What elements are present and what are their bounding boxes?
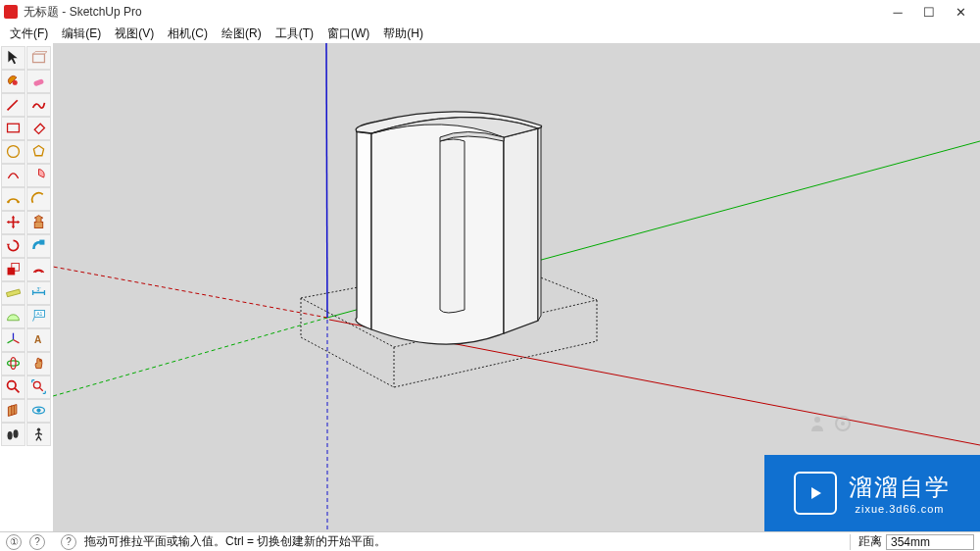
eraser-tool[interactable] xyxy=(26,70,51,93)
geolocation-icon xyxy=(833,414,853,433)
app-icon xyxy=(4,5,18,19)
titlebar: 无标题 - SketchUp Pro ─ ☐ ✕ xyxy=(0,0,980,24)
svg-rect-11 xyxy=(6,289,20,297)
curve-tool[interactable] xyxy=(26,187,51,211)
svg-text:A1: A1 xyxy=(36,311,42,317)
zoom-tool[interactable] xyxy=(1,376,25,399)
protractor-tool[interactable] xyxy=(1,305,25,328)
watermark-brand: 溜溜自学 xyxy=(849,472,951,503)
dim-tool[interactable]: 3' xyxy=(26,281,51,305)
walk-tool[interactable] xyxy=(1,423,25,446)
svg-point-18 xyxy=(7,381,16,390)
paint-tool[interactable] xyxy=(1,70,25,93)
line-tool[interactable] xyxy=(1,93,25,117)
svg-point-22 xyxy=(7,431,12,440)
svg-point-19 xyxy=(33,381,40,388)
svg-point-4 xyxy=(7,146,19,158)
statusbar: ① ? ? 拖动可推拉平面或输入值。Ctrl = 切换创建新的开始平面。 距离 … xyxy=(0,531,980,551)
svg-point-6 xyxy=(17,201,20,204)
freehand-tool[interactable] xyxy=(26,93,51,117)
svg-point-33 xyxy=(841,422,845,426)
svg-rect-7 xyxy=(34,223,43,228)
circle-tool[interactable] xyxy=(1,140,25,164)
svg-text:A: A xyxy=(33,334,41,345)
menubar: 文件(F) 编辑(E) 视图(V) 相机(C) 绘图(R) 工具(T) 窗口(W… xyxy=(0,24,980,43)
polygon-tool[interactable] xyxy=(26,140,51,164)
menu-camera[interactable]: 相机(C) xyxy=(162,24,214,44)
menu-help[interactable]: 帮助(H) xyxy=(377,24,429,44)
rect-tool[interactable] xyxy=(1,117,25,140)
svg-rect-2 xyxy=(32,78,43,86)
menu-tools[interactable]: 工具(T) xyxy=(270,24,319,44)
position-tool[interactable] xyxy=(26,423,51,446)
lookaround-tool[interactable] xyxy=(26,399,51,423)
menu-file[interactable]: 文件(F) xyxy=(4,24,54,44)
menu-draw[interactable]: 绘图(R) xyxy=(216,24,268,44)
svg-point-24 xyxy=(36,428,39,431)
svg-rect-3 xyxy=(7,124,19,132)
menu-window[interactable]: 窗口(W) xyxy=(321,24,375,44)
toolbar: 3' A1 A xyxy=(0,43,53,531)
rotate-tool[interactable] xyxy=(1,234,25,258)
pushpull-tool[interactable] xyxy=(26,211,51,234)
maximize-button[interactable]: ☐ xyxy=(913,2,945,22)
move-tool[interactable] xyxy=(1,211,25,234)
arc-tool[interactable] xyxy=(1,164,25,187)
orbit-tool[interactable] xyxy=(1,352,25,376)
watermark: 溜溜自学 zixue.3d66.com xyxy=(764,455,980,531)
arc2-tool[interactable] xyxy=(1,187,25,211)
svg-point-31 xyxy=(814,417,820,423)
window-buttons: ─ ☐ ✕ xyxy=(882,2,976,22)
section-tool[interactable] xyxy=(1,399,25,423)
menu-view[interactable]: 视图(V) xyxy=(109,24,160,44)
svg-text:3': 3' xyxy=(36,286,40,292)
pie-tool[interactable] xyxy=(26,164,51,187)
distance-label: 距离 xyxy=(858,533,882,550)
tape-tool[interactable] xyxy=(1,281,25,305)
scale-tool[interactable] xyxy=(1,258,25,281)
status-info-icon[interactable]: ① xyxy=(6,534,22,550)
svg-point-1 xyxy=(12,80,17,85)
text-tool[interactable]: A1 xyxy=(26,305,51,328)
person-icon xyxy=(808,414,827,433)
offset-tool[interactable] xyxy=(26,258,51,281)
status-help-icon[interactable]: ? xyxy=(29,534,45,550)
svg-point-17 xyxy=(10,358,15,370)
svg-point-16 xyxy=(7,361,19,366)
component-tool[interactable] xyxy=(26,46,51,70)
distance-value[interactable]: 354mm xyxy=(886,534,974,550)
view-badges xyxy=(808,414,853,433)
status-hint: 拖动可推拉平面或输入值。Ctrl = 切换创建新的开始平面。 xyxy=(84,533,842,550)
play-icon xyxy=(794,472,837,515)
svg-rect-8 xyxy=(39,240,44,245)
svg-point-5 xyxy=(7,201,10,204)
watermark-domain: zixue.3d66.com xyxy=(849,503,951,515)
close-button[interactable]: ✕ xyxy=(945,2,976,22)
window-title: 无标题 - SketchUp Pro xyxy=(24,4,882,21)
status-tip-icon[interactable]: ? xyxy=(61,534,76,550)
svg-point-21 xyxy=(36,408,40,412)
svg-point-23 xyxy=(13,429,18,438)
minimize-button[interactable]: ─ xyxy=(882,2,913,22)
followme-tool[interactable] xyxy=(26,234,51,258)
zoomext-tool[interactable] xyxy=(26,376,51,399)
svg-rect-0 xyxy=(32,54,44,63)
rotrect-tool[interactable] xyxy=(26,117,51,140)
select-tool[interactable] xyxy=(1,46,25,70)
menu-edit[interactable]: 编辑(E) xyxy=(56,24,107,44)
pan-tool[interactable] xyxy=(26,352,51,376)
3dtext-tool[interactable]: A xyxy=(26,328,51,352)
axes-tool[interactable] xyxy=(1,328,25,352)
